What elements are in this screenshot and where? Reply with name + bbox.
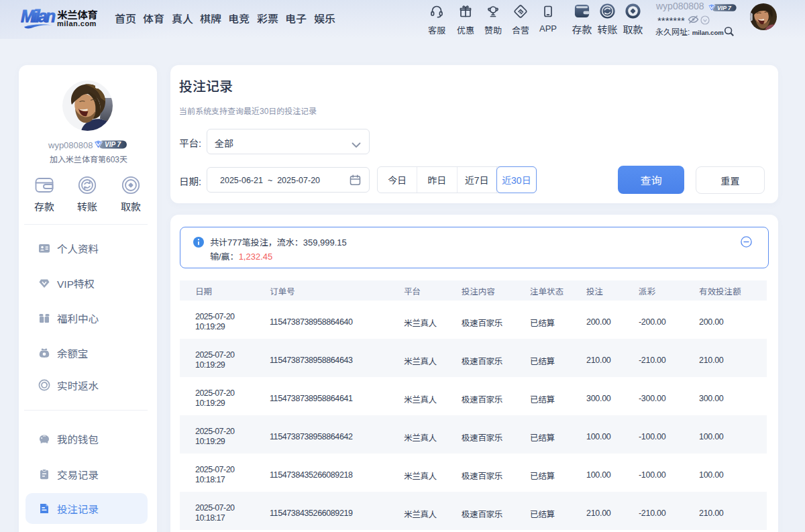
- svg-text:VIP 7: VIP 7: [105, 141, 121, 148]
- svg-text:VIP 7: VIP 7: [717, 5, 732, 11]
- svg-text:Milan: Milan: [21, 7, 56, 25]
